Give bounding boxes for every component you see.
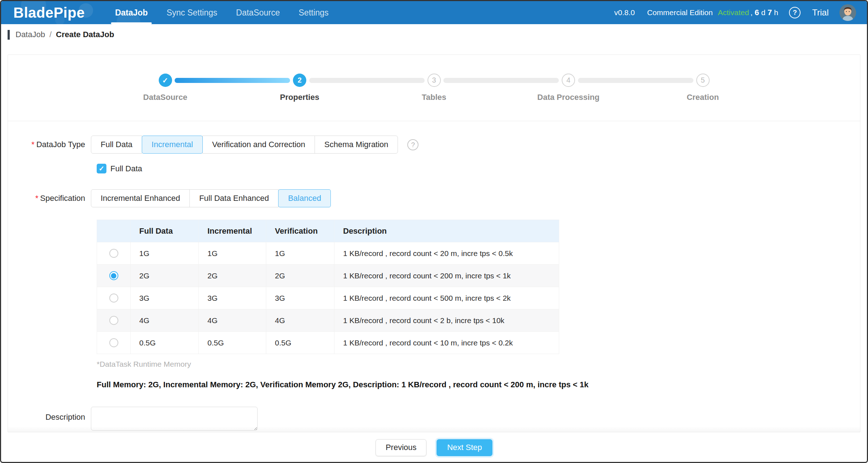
cell-verification: 0.5G <box>266 332 334 354</box>
step-number: 5 <box>696 74 710 87</box>
step-number: 4 <box>562 74 575 87</box>
page-title: Create DataJob <box>56 30 114 39</box>
runtime-memory-note: *DataTask Runtime Memory <box>97 360 860 369</box>
cell-full-data: 2G <box>131 265 199 287</box>
wizard-footer: Previous Next Step <box>1 432 867 462</box>
specification-table: Full Data Incremental Verification Descr… <box>97 220 559 354</box>
cell-description: 1 KB/record , record count < 10 m, incre… <box>334 332 559 354</box>
header-description: Description <box>334 220 559 242</box>
table-row-3g[interactable]: 3G 3G 3G 1 KB/record , record count < 50… <box>97 287 559 309</box>
datajob-type-label: *DataJob Type <box>8 136 91 154</box>
cell-incremental: 1G <box>199 242 266 265</box>
edition-label: Commercial Edition <box>647 8 713 17</box>
table-row-2g[interactable]: 2G 2G 2G 1 KB/record , record count < 20… <box>97 265 559 287</box>
nav-item-datajob[interactable]: DataJob <box>106 1 157 24</box>
version-label: v0.8.0 <box>614 8 635 17</box>
cell-incremental: 3G <box>199 287 266 309</box>
next-step-button[interactable]: Next Step <box>437 439 492 456</box>
specification-label: *Specification <box>8 189 91 207</box>
question-icon[interactable]: ? <box>407 139 418 150</box>
table-row-4g[interactable]: 4G 4G 4G 1 KB/record , record count < 2 … <box>97 309 559 332</box>
cell-description: 1 KB/record , record count < 20 m, incre… <box>334 242 559 265</box>
wizard-stepper: ✓ DataSource 2 Properties 3 Tables 4 Dat… <box>8 55 860 121</box>
breadcrumb-accent-bar <box>8 30 10 40</box>
nav-item-sync-settings[interactable]: Sync Settings <box>157 1 227 24</box>
spec-option-full-data-enhanced[interactable]: Full Data Enhanced <box>189 189 279 207</box>
radio-2g-selected[interactable] <box>109 271 118 280</box>
cell-description: 1 KB/record , record count < 200 m, incr… <box>334 265 559 287</box>
help-icon[interactable]: ? <box>789 7 801 18</box>
header-verification: Verification <box>266 220 334 242</box>
type-option-full-data[interactable]: Full Data <box>91 136 142 154</box>
description-input[interactable] <box>91 407 258 431</box>
nav-item-settings[interactable]: Settings <box>289 1 338 24</box>
type-option-schema-migration[interactable]: Schema Migration <box>315 136 398 154</box>
required-asterisk: * <box>31 140 35 149</box>
full-data-checkbox[interactable]: ✓ <box>97 164 106 173</box>
user-avatar[interactable] <box>839 4 856 21</box>
radio-1g[interactable] <box>109 249 118 258</box>
spec-option-balanced[interactable]: Balanced <box>278 189 331 207</box>
header-incremental: Incremental <box>199 220 266 242</box>
radio-3g[interactable] <box>109 294 118 303</box>
trial-link[interactable]: Trial <box>812 8 829 18</box>
cell-full-data: 4G <box>131 309 199 332</box>
cell-full-data: 3G <box>131 287 199 309</box>
activated-status: Activated <box>718 8 749 17</box>
table-row-1g[interactable]: 1G 1G 1G 1 KB/record , record count < 20… <box>97 242 559 265</box>
spec-option-incremental-enhanced[interactable]: Incremental Enhanced <box>91 189 190 207</box>
table-header-row: Full Data Incremental Verification Descr… <box>97 220 559 242</box>
cell-description: 1 KB/record , record count < 500 m, incr… <box>334 287 559 309</box>
step-number: 2 <box>293 74 306 87</box>
properties-form: *DataJob Type Full Data Incremental Veri… <box>8 121 860 431</box>
navbar-right: v0.8.0 Commercial Edition Activated , 6 … <box>614 4 856 21</box>
step-label: Creation <box>687 93 719 102</box>
cell-incremental: 0.5G <box>199 332 266 354</box>
step-datasource: ✓ DataSource <box>118 74 212 102</box>
step-tables: 3 Tables <box>387 74 481 102</box>
cell-full-data: 0.5G <box>131 332 199 354</box>
breadcrumb-parent[interactable]: DataJob <box>16 30 45 39</box>
selected-spec-summary: Full Memory: 2G, Incremental Memory: 2G,… <box>97 380 860 389</box>
cell-verification: 2G <box>266 265 334 287</box>
nav-item-datasource[interactable]: DataSource <box>227 1 289 24</box>
main-nav: DataJob Sync Settings DataSource Setting… <box>106 1 338 24</box>
step-label: DataSource <box>143 93 187 102</box>
table-row-05g[interactable]: 0.5G 0.5G 0.5G 1 KB/record , record coun… <box>97 332 559 354</box>
cell-full-data: 1G <box>131 242 199 265</box>
cell-verification: 1G <box>266 242 334 265</box>
specification-row: *Specification Incremental Enhanced Full… <box>8 189 860 207</box>
radio-05g[interactable] <box>109 338 118 347</box>
step-number: 3 <box>428 74 441 87</box>
required-asterisk: * <box>35 194 39 203</box>
type-option-verification[interactable]: Verification and Correction <box>202 136 315 154</box>
step-label: Tables <box>422 93 446 102</box>
cell-incremental: 4G <box>199 309 266 332</box>
description-label: Description <box>8 407 91 431</box>
radio-4g[interactable] <box>109 316 118 325</box>
step-label: Properties <box>280 93 319 102</box>
cell-incremental: 2G <box>199 265 266 287</box>
step-creation: 5 Creation <box>656 74 750 102</box>
cell-verification: 3G <box>266 287 334 309</box>
breadcrumb: DataJob / Create DataJob <box>1 24 867 45</box>
license-remaining: , 6 d 7 h <box>750 8 778 17</box>
datajob-type-row: *DataJob Type Full Data Incremental Veri… <box>8 136 860 154</box>
cell-description: 1 KB/record , record count < 2 b, incre … <box>334 309 559 332</box>
description-row: Description <box>8 407 860 431</box>
top-navbar: BladePipe DataJob Sync Settings DataSour… <box>1 1 867 24</box>
header-radio-col <box>97 220 131 242</box>
cell-verification: 4G <box>266 309 334 332</box>
step-data-processing: 4 Data Processing <box>522 74 615 102</box>
bladepipe-logo[interactable]: BladePipe <box>13 5 85 21</box>
full-data-checkbox-row[interactable]: ✓ Full Data <box>97 164 860 173</box>
specification-group: Incremental Enhanced Full Data Enhanced … <box>91 189 331 207</box>
breadcrumb-separator: / <box>49 30 52 39</box>
type-option-incremental[interactable]: Incremental <box>142 136 203 154</box>
header-full-data: Full Data <box>131 220 199 242</box>
step-properties: 2 Properties <box>253 74 347 102</box>
step-label: Data Processing <box>537 93 599 102</box>
previous-button[interactable]: Previous <box>376 439 427 456</box>
check-icon: ✓ <box>159 74 172 87</box>
create-datajob-card: ✓ DataSource 2 Properties 3 Tables 4 Dat… <box>8 54 860 432</box>
